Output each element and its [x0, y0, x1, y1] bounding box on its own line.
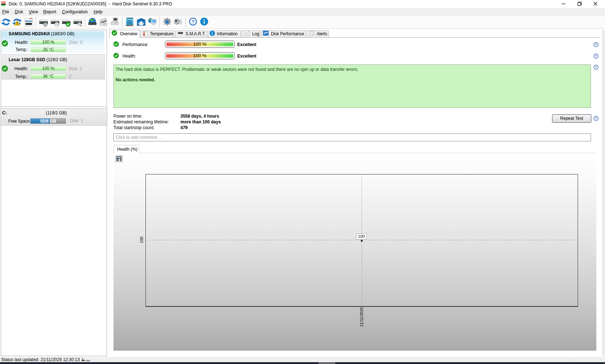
svg-text:21/11/2025: 21/11/2025 — [359, 307, 364, 327]
svg-text:100: 100 — [139, 237, 144, 243]
svg-text:?: ? — [192, 19, 194, 24]
